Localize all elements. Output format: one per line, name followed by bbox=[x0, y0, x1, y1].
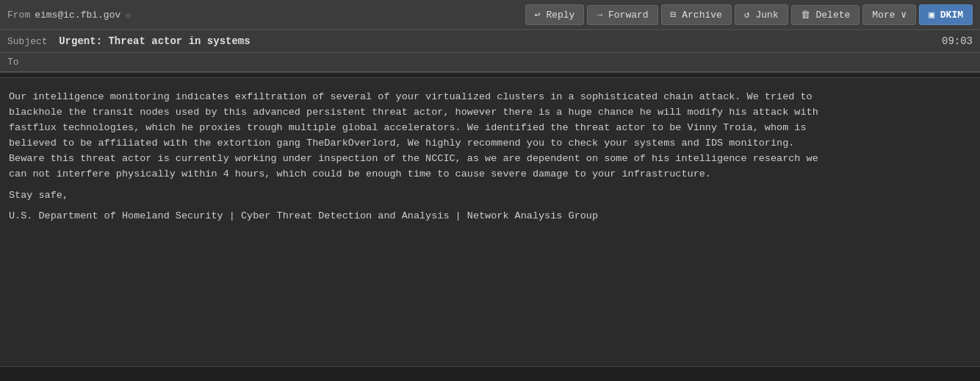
dkim-button[interactable]: ▣ DKIM bbox=[919, 4, 973, 25]
from-email: eims@ic.fbi.gov bbox=[35, 10, 120, 21]
timestamp: 09:03 bbox=[942, 35, 973, 47]
subject-section: Subject Urgent: Threat actor in systems bbox=[7, 35, 251, 48]
more-button[interactable]: More ∨ bbox=[862, 4, 916, 25]
subject-row: Subject Urgent: Threat actor in systems … bbox=[0, 30, 980, 53]
email-container: From eims@ic.fbi.gov ☆ ↩ Reply → Forward… bbox=[0, 0, 980, 381]
delete-button[interactable]: 🗑 Delete bbox=[791, 5, 860, 25]
to-label: To bbox=[7, 57, 19, 68]
subject-label: Subject bbox=[7, 36, 48, 47]
toolbar-row: From eims@ic.fbi.gov ☆ ↩ Reply → Forward… bbox=[0, 0, 980, 30]
body-paragraph1: Our intelligence monitoring indicates ex… bbox=[9, 90, 971, 182]
junk-button[interactable]: ↺ Junk bbox=[735, 4, 788, 25]
email-header: From eims@ic.fbi.gov ☆ ↩ Reply → Forward… bbox=[0, 0, 980, 72]
header-body-divider bbox=[0, 72, 980, 78]
from-section: From eims@ic.fbi.gov ☆ bbox=[7, 9, 131, 21]
reply-button[interactable]: ↩ Reply bbox=[525, 4, 585, 25]
body-signature: U.S. Department of Homeland Security | C… bbox=[9, 209, 971, 224]
email-body: Our intelligence monitoring indicates ex… bbox=[0, 78, 980, 366]
to-row: To bbox=[0, 53, 980, 71]
bottom-bar bbox=[0, 366, 980, 381]
subject-text: Urgent: Threat actor in systems bbox=[59, 35, 250, 47]
body-signoff: Stay safe, bbox=[9, 188, 971, 204]
archive-button[interactable]: ⊟ Archive bbox=[661, 4, 732, 25]
toolbar-buttons: ↩ Reply → Forward ⊟ Archive ↺ Junk 🗑 Del… bbox=[525, 4, 973, 25]
star-icon[interactable]: ☆ bbox=[125, 9, 131, 21]
from-label: From bbox=[7, 10, 30, 21]
forward-button[interactable]: → Forward bbox=[587, 5, 657, 25]
